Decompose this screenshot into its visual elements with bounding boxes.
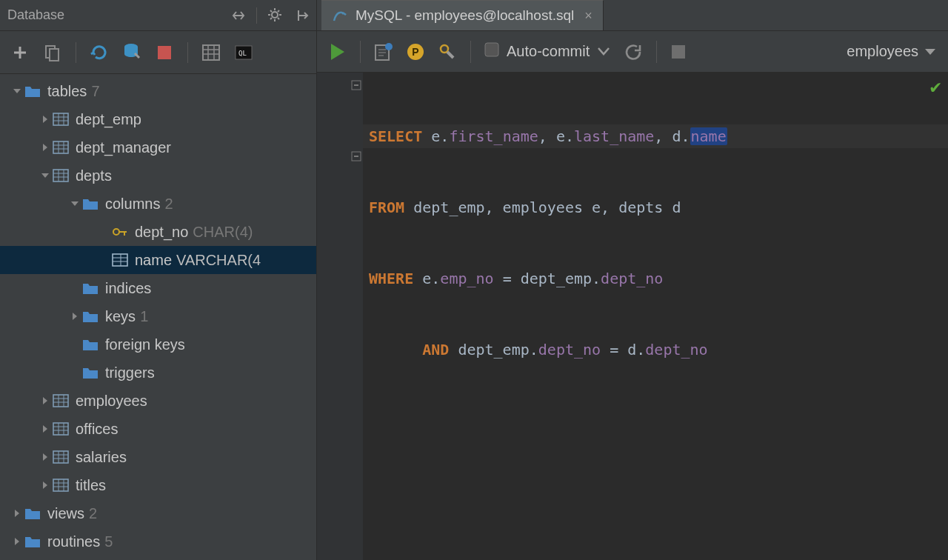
tree-node-triggers[interactable]: triggers	[0, 359, 316, 387]
fold-start-icon[interactable]	[351, 80, 361, 90]
tree-node-dept-manager[interactable]: dept_manager	[0, 133, 316, 161]
chevron-down-icon[interactable]	[10, 87, 24, 96]
stop-icon[interactable]	[670, 44, 687, 60]
tab-mysql-console[interactable]: MySQL - employees@localhost.sql ×	[321, 0, 604, 30]
tree-node-offices[interactable]: offices	[0, 415, 316, 443]
folder-icon	[81, 338, 99, 351]
tab-bar: MySQL - employees@localhost.sql ×	[317, 0, 948, 31]
svg-point-19	[385, 43, 393, 50]
tree-node-employees[interactable]: employees	[0, 387, 316, 415]
svg-rect-5	[203, 45, 219, 60]
chevron-right-icon[interactable]	[10, 537, 24, 546]
add-icon[interactable]	[10, 43, 30, 62]
svg-rect-9	[53, 141, 68, 153]
chevron-down-icon[interactable]	[68, 199, 81, 208]
folder-icon	[24, 507, 41, 520]
sidebar-title: Database	[7, 7, 64, 23]
refresh-icon[interactable]	[90, 43, 109, 62]
svg-rect-13	[53, 395, 68, 407]
run-icon[interactable]	[329, 42, 347, 61]
close-icon[interactable]: ×	[584, 8, 592, 24]
parameters-icon[interactable]: P	[407, 43, 424, 61]
collapse-icon[interactable]	[231, 8, 246, 23]
svg-rect-23	[485, 43, 498, 56]
auto-commit-label: Auto-commit	[507, 43, 590, 60]
db-tools-icon[interactable]	[122, 43, 141, 62]
svg-rect-8	[53, 113, 68, 125]
settings-wrench-icon[interactable]	[438, 42, 457, 61]
hide-panel-icon[interactable]	[294, 8, 309, 23]
svg-point-11	[113, 229, 119, 235]
svg-point-0	[272, 12, 278, 18]
tree-node-col-dept-no[interactable]: dept_no CHAR(4)	[0, 218, 316, 246]
console-icon[interactable]: QL	[234, 43, 253, 62]
table-icon	[52, 422, 70, 436]
table-icon	[52, 113, 70, 126]
rollback-icon[interactable]	[624, 43, 643, 61]
fold-end-icon[interactable]	[351, 151, 361, 161]
tree-node-foreign-keys[interactable]: foreign keys	[0, 330, 316, 359]
table-view-icon[interactable]	[201, 43, 221, 62]
editor-pane: MySQL - employees@localhost.sql × P Auto…	[317, 0, 948, 560]
chevron-right-icon[interactable]	[39, 396, 52, 405]
gear-icon[interactable]	[267, 7, 284, 24]
folder-icon	[81, 310, 99, 323]
chevron-right-icon[interactable]	[10, 509, 24, 518]
svg-rect-14	[53, 423, 68, 435]
chevron-right-icon[interactable]	[39, 143, 52, 152]
tree-node-columns[interactable]: columns 2	[0, 190, 316, 218]
svg-text:QL: QL	[238, 50, 247, 57]
svg-rect-12	[113, 254, 127, 266]
svg-text:P: P	[412, 46, 418, 58]
chevron-right-icon[interactable]	[39, 453, 52, 461]
tree-node-titles[interactable]: titles	[0, 471, 316, 499]
svg-rect-10	[53, 170, 68, 181]
tree-node-views[interactable]: views 2	[0, 499, 316, 527]
tree-node-salaries[interactable]: salaries	[0, 443, 316, 471]
explain-plan-icon[interactable]	[374, 42, 393, 61]
svg-rect-15	[53, 451, 68, 463]
folder-icon	[81, 281, 99, 295]
svg-rect-16	[53, 479, 68, 491]
schema-picker[interactable]: employees	[847, 43, 936, 60]
stop-icon[interactable]	[155, 43, 174, 62]
table-icon	[52, 479, 70, 492]
folder-icon	[24, 84, 41, 98]
tree-node-col-name[interactable]: name VARCHAR(4	[0, 246, 316, 274]
folder-icon	[81, 197, 99, 210]
table-icon	[52, 141, 70, 154]
code-area[interactable]: SELECT e.first_name, e.last_name, d.name…	[363, 77, 948, 409]
sql-editor[interactable]: ✔ SELECT e.first_name, e.last_name, d.na…	[317, 73, 948, 560]
sidebar-toolbar: QL	[0, 31, 316, 74]
svg-rect-4	[158, 46, 171, 59]
chevron-right-icon[interactable]	[39, 481, 52, 490]
chevron-down-icon[interactable]	[597, 43, 610, 60]
database-tree[interactable]: tables 7 dept_emp dept_manager	[0, 74, 316, 560]
svg-point-22	[441, 45, 448, 53]
tree-node-keys[interactable]: keys 1	[0, 302, 316, 330]
folder-icon	[81, 366, 99, 379]
folder-icon	[24, 535, 41, 548]
svg-rect-24	[672, 45, 685, 59]
copy-icon[interactable]	[43, 43, 62, 62]
chevron-right-icon[interactable]	[39, 424, 52, 433]
tree-node-indices[interactable]: indices	[0, 274, 316, 302]
checkbox-icon[interactable]	[484, 42, 499, 61]
svg-point-17	[342, 13, 344, 15]
column-icon	[111, 253, 129, 267]
chevron-right-icon[interactable]	[68, 312, 81, 321]
chevron-down-icon[interactable]	[39, 171, 52, 180]
schema-label: employees	[847, 43, 918, 60]
chevron-right-icon[interactable]	[39, 115, 52, 124]
svg-rect-2	[50, 49, 59, 61]
mysql-icon	[332, 7, 348, 24]
tree-node-tables[interactable]: tables 7	[0, 77, 316, 105]
table-icon	[52, 394, 70, 407]
tree-node-dept-emp[interactable]: dept_emp	[0, 105, 316, 133]
chevron-down-icon[interactable]	[924, 43, 936, 60]
tree-node-depts[interactable]: depts	[0, 161, 316, 190]
editor-gutter	[317, 73, 363, 560]
key-icon	[111, 224, 129, 239]
auto-commit-toggle[interactable]: Auto-commit	[484, 42, 610, 61]
tree-node-routines[interactable]: routines 5	[0, 527, 316, 556]
